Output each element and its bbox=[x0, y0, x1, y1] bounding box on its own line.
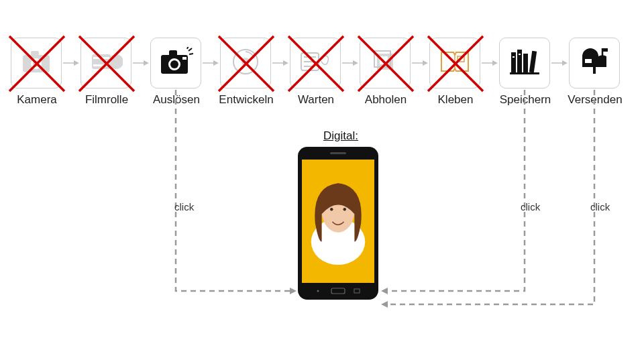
svg-rect-46 bbox=[598, 56, 606, 67]
step-label-abholen: Abholen bbox=[356, 93, 416, 107]
svg-rect-40 bbox=[517, 50, 522, 72]
svg-point-55 bbox=[330, 208, 333, 210]
svg-marker-76 bbox=[562, 60, 568, 66]
step-label-speichern: Speichern bbox=[495, 93, 555, 107]
digital-heading: Digital: bbox=[323, 129, 358, 143]
svg-point-58 bbox=[317, 290, 319, 292]
svg-rect-39 bbox=[511, 52, 516, 72]
svg-line-19 bbox=[187, 47, 189, 49]
svg-rect-16 bbox=[182, 57, 186, 60]
svg-rect-60 bbox=[330, 152, 346, 154]
svg-rect-44 bbox=[513, 56, 515, 58]
step-abholen bbox=[360, 38, 411, 88]
step-filmrolle bbox=[80, 38, 131, 88]
svg-rect-48 bbox=[593, 67, 596, 74]
crossed-out-icon bbox=[76, 34, 137, 94]
step-label-versenden: Versenden bbox=[565, 93, 625, 107]
crossed-out-icon bbox=[7, 34, 67, 94]
crossed-out-icon bbox=[286, 34, 346, 94]
svg-line-18 bbox=[189, 54, 193, 54]
step-label-entwickeln: Entwickeln bbox=[216, 93, 276, 107]
step-kamera bbox=[11, 38, 62, 88]
svg-point-15 bbox=[170, 60, 178, 68]
svg-marker-78 bbox=[381, 288, 388, 294]
svg-line-17 bbox=[189, 48, 192, 51]
mailbox-bold-icon bbox=[578, 47, 610, 79]
crossed-out-icon bbox=[356, 34, 416, 94]
svg-marker-79 bbox=[381, 301, 388, 308]
svg-rect-45 bbox=[519, 54, 521, 55]
step-speichern bbox=[499, 38, 550, 88]
step-label-ausloesen: Auslösen bbox=[146, 93, 207, 107]
click-label-ausloesen: click bbox=[174, 201, 194, 213]
step-versenden bbox=[569, 38, 620, 88]
camera-bold-icon bbox=[158, 47, 193, 79]
smartphone bbox=[297, 146, 379, 300]
svg-rect-41 bbox=[523, 54, 528, 72]
click-label-speichern: click bbox=[521, 201, 540, 213]
click-label-versenden: click bbox=[590, 201, 610, 213]
step-warten bbox=[290, 38, 341, 88]
step-label-kamera: Kamera bbox=[7, 93, 67, 107]
step-label-kleben: Kleben bbox=[425, 93, 486, 107]
step-entwickeln bbox=[220, 38, 271, 88]
step-label-filmrolle: Filmrolle bbox=[76, 93, 137, 107]
svg-rect-13 bbox=[169, 50, 177, 56]
step-kleben bbox=[429, 38, 480, 88]
svg-point-56 bbox=[343, 208, 346, 210]
svg-marker-64 bbox=[144, 60, 149, 66]
svg-rect-50 bbox=[602, 48, 608, 52]
svg-rect-42 bbox=[529, 51, 537, 73]
svg-marker-77 bbox=[290, 288, 297, 294]
crossed-out-icon bbox=[216, 34, 276, 94]
svg-marker-74 bbox=[492, 60, 498, 66]
crossed-out-icon bbox=[425, 34, 486, 94]
step-ausloesen bbox=[150, 38, 201, 88]
svg-rect-47 bbox=[585, 59, 592, 63]
step-label-warten: Warten bbox=[286, 93, 346, 107]
svg-rect-43 bbox=[510, 72, 539, 74]
books-bold-icon bbox=[508, 47, 541, 79]
